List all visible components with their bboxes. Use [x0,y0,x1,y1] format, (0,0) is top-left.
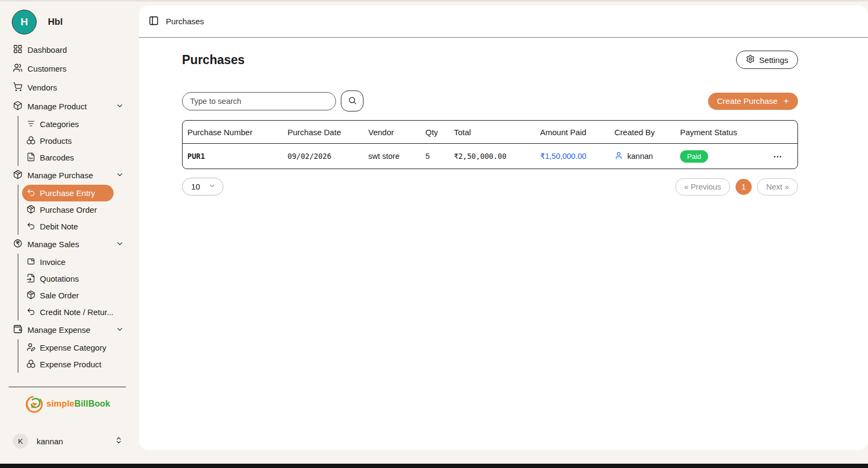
search-button[interactable] [341,90,363,111]
cell-vendor: swt store [363,152,421,160]
sidebar-group-manage-expense[interactable]: Manage Expense [0,320,135,339]
file-input-icon [26,274,36,284]
settings-button[interactable]: Settings [736,51,798,69]
cell-created-by: kannan [610,151,675,162]
chevrons-up-down-icon [115,436,123,446]
user-pen-icon [26,343,36,353]
sidebar-group-manage-sales[interactable]: Manage Sales [0,235,135,254]
package-icon [26,290,36,301]
cell-purchase-number: PUR1 [183,152,283,160]
undo-arrow-icon [26,307,36,318]
chevron-down-icon [116,240,124,249]
sidebar-item-label: Purchase Order [40,205,97,214]
topbar: Purchases [139,5,868,38]
sidebar-item-quotations[interactable]: Quotations [22,270,114,287]
sidebar-group-label: Manage Product [27,102,87,111]
main-panel: Purchases Purchases Settings Create Purc… [139,5,868,450]
sidebar-item-label: Customers [27,64,67,73]
filter-lines-icon [26,119,36,130]
sidebar-item-sale-order[interactable]: Sale Order [22,287,114,304]
sidebar-item-expense-category[interactable]: Expense Category [22,339,114,356]
file-barcode-icon [26,152,36,163]
column-header-created-by: Created By [610,128,675,137]
sidebar-group-label: Manage Expense [27,325,90,334]
breadcrumb: Purchases [166,17,204,26]
user-menu[interactable]: K kannan [13,434,123,449]
sidebar-item-label: Products [40,136,72,145]
rows-per-page-select[interactable]: 10 [182,178,223,195]
chevron-down-icon [208,182,216,191]
column-header-purchase-date: Purchase Date [283,128,363,137]
sidebar-item-label: Expense Product [40,360,101,369]
cart-icon [13,82,23,93]
next-page-button[interactable]: Next » [757,178,798,195]
sidebar-item-categories[interactable]: Categories [22,116,114,132]
previous-page-button[interactable]: « Previous [675,178,731,195]
sidebar-item-label: Categories [40,120,79,129]
sidebar-item-label: Purchase Entry [40,188,95,198]
sidebar-item-products[interactable]: Products [22,132,114,149]
sidebar-group-manage-product[interactable]: Manage Product [0,97,135,116]
settings-label: Settings [759,55,788,65]
cell-amount-paid-link[interactable]: ₹1,50,000.00 [535,152,610,160]
invoice-icon [26,257,36,268]
sidebar-item-label: Barcodes [40,153,74,162]
page-content: Purchases Settings Create Purchase + [139,51,868,195]
package-icon [13,101,23,112]
sidebar-item-invoice[interactable]: Invoice [22,254,114,270]
sidebar-item-label: Dashboard [27,45,67,54]
created-by-name: kannan [627,152,653,160]
sidebar-group-label: Manage Sales [27,240,79,249]
create-purchase-label: Create Purchase [717,96,778,106]
sidebar-item-barcodes[interactable]: Barcodes [22,149,114,166]
sidebar-item-dashboard[interactable]: Dashboard [0,40,135,59]
sidebar-item-debit-note[interactable]: Debit Note [22,218,114,235]
cell-purchase-date: 09/02/2026 [283,152,363,160]
sidebar-group-label: Manage Purchase [27,171,93,180]
company-logo-avatar: H [12,10,37,34]
sidebar-group-manage-purchase[interactable]: Manage Purchase [0,166,135,185]
cell-qty: 5 [421,152,449,160]
cell-payment-status: Paid [675,150,751,163]
manage-expense-sublist: Expense Category Expense Product [18,339,135,373]
sidebar-item-expense-product[interactable]: Expense Product [22,356,114,373]
sidebar-item-label: Debit Note [40,222,78,231]
create-purchase-button[interactable]: Create Purchase + [708,93,799,110]
sidebar-item-purchase-order[interactable]: Purchase Order [22,201,114,218]
table-row: PUR1 09/02/2026 swt store 5 ₹2,50,000.00… [183,143,797,169]
search-icon [348,96,357,107]
current-page-button[interactable]: 1 [736,179,752,195]
rupee-circle-icon [13,239,23,250]
row-actions-menu[interactable]: ⋯ [751,151,797,162]
user-avatar: K [13,434,28,449]
boxes-icon [26,359,36,370]
plus-icon: + [783,96,789,107]
sidebar-item-credit-note[interactable]: Credit Note / Retur... [22,304,114,320]
purchases-table: Purchase Number Purchase Date Vendor Qty… [182,120,798,169]
search-input[interactable] [182,92,336,110]
page-title: Purchases [182,53,244,67]
chevron-down-icon [116,171,124,180]
package-icon [26,205,36,215]
sidebar-item-label: Credit Note / Retur... [40,308,114,317]
sidebar-item-purchase-entry[interactable]: Purchase Entry [22,185,114,201]
sidebar-item-label: Expense Category [40,343,106,352]
sidebar-item-label: Sale Order [40,291,79,300]
panel-left-icon[interactable] [149,16,159,27]
sidebar-nav: Dashboard Customers Vendors Manage Produ… [0,40,135,373]
column-header-vendor: Vendor [363,128,421,137]
undo-arrow-icon [26,188,36,199]
wallet-icon [13,324,23,336]
window-bottom-edge [0,464,868,468]
sidebar-item-customers[interactable]: Customers [0,59,135,78]
column-header-purchase-number: Purchase Number [183,128,283,137]
manage-purchase-sublist: Purchase Entry Purchase Order Debit Note [18,185,135,235]
manage-sales-sublist: Invoice Quotations Sale Order Credit Not… [18,254,135,320]
sidebar-item-label: Quotations [40,274,79,283]
brand-logo: simpleBillBook [0,394,135,414]
sidebar-item-vendors[interactable]: Vendors [0,78,135,97]
boxes-icon [26,136,36,146]
cell-total: ₹2,50,000.00 [449,152,535,160]
column-header-payment-status: Payment Status [675,128,751,137]
brand-name: simpleBillBook [46,399,110,409]
